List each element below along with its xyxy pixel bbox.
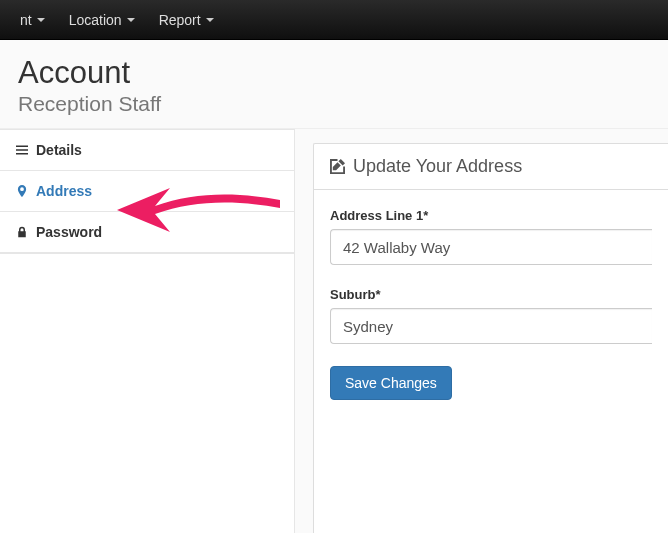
sidebar-item-label: Password: [36, 224, 102, 240]
suburb-label: Suburb*: [330, 287, 652, 302]
page-title: Account: [18, 56, 650, 90]
navbar-item-report[interactable]: Report: [147, 2, 226, 38]
content-row: Details Address Password Update Your Add…: [0, 129, 668, 533]
list-icon: [16, 144, 28, 156]
panel-heading: Update Your Address: [314, 144, 668, 190]
map-marker-icon: [16, 185, 28, 197]
address-line-1-input[interactable]: [330, 229, 652, 265]
chevron-down-icon: [206, 18, 214, 22]
sidebar-item-address[interactable]: Address: [0, 171, 294, 212]
navbar-item-location[interactable]: Location: [57, 2, 147, 38]
navbar-item-0[interactable]: nt: [8, 2, 57, 38]
sidebar-item-label: Details: [36, 142, 82, 158]
chevron-down-icon: [127, 18, 135, 22]
navbar-item-label: Location: [69, 12, 122, 28]
panel-title: Update Your Address: [353, 156, 522, 177]
address-line-1-label: Address Line 1*: [330, 208, 652, 223]
form-group-suburb: Suburb*: [330, 287, 652, 344]
svg-rect-2: [16, 153, 28, 155]
save-changes-button[interactable]: Save Changes: [330, 366, 452, 400]
svg-rect-1: [16, 149, 28, 151]
sidebar-spacer: [0, 253, 294, 533]
page-header: Account Reception Staff: [0, 40, 668, 129]
chevron-down-icon: [37, 18, 45, 22]
sidebar-item-password[interactable]: Password: [0, 212, 294, 253]
sidebar-item-details[interactable]: Details: [0, 130, 294, 171]
lock-icon: [16, 226, 28, 238]
navbar-item-label: Report: [159, 12, 201, 28]
sidebar-item-label: Address: [36, 183, 92, 199]
navbar: nt Location Report: [0, 0, 668, 40]
panel-body: Address Line 1* Suburb* Save Changes: [314, 190, 668, 422]
page-subtitle: Reception Staff: [18, 92, 650, 116]
svg-rect-0: [16, 146, 28, 148]
suburb-input[interactable]: [330, 308, 652, 344]
navbar-item-label: nt: [20, 12, 32, 28]
edit-icon: [330, 159, 345, 174]
form-group-address1: Address Line 1*: [330, 208, 652, 265]
update-address-panel: Update Your Address Address Line 1* Subu…: [313, 143, 668, 533]
side-nav: Details Address Password: [0, 129, 295, 533]
